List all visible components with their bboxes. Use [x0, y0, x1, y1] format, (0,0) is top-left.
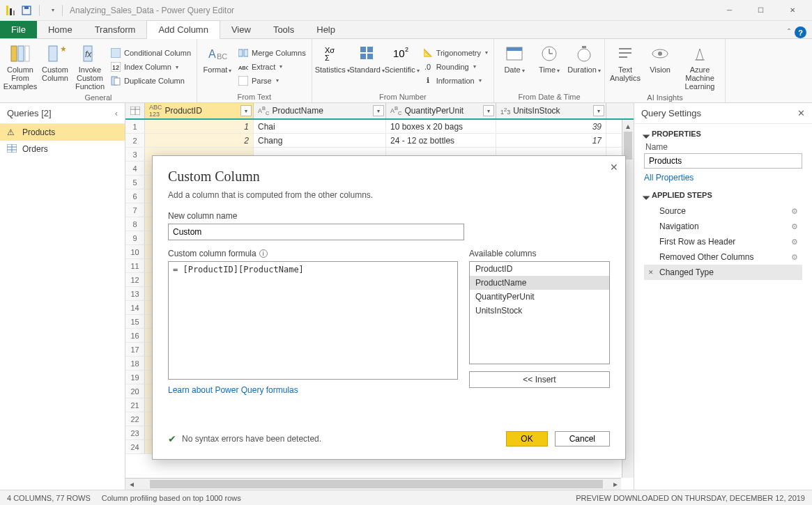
svg-text:2: 2 [405, 46, 408, 53]
group-fromdt-label: From Date & Time [498, 91, 600, 101]
column-header-productname[interactable]: ABCProductName▾ [254, 103, 386, 118]
group-ai-label: AI Insights [609, 92, 721, 102]
new-column-name-input[interactable] [168, 224, 464, 240]
available-column-item[interactable]: ProductName [470, 276, 609, 290]
parse-button[interactable]: Parse [236, 75, 307, 87]
tab-home[interactable]: Home [37, 21, 84, 38]
filter-dropdown-icon[interactable]: ▾ [593, 105, 604, 116]
qat-dropdown-icon[interactable] [45, 3, 59, 17]
applied-step[interactable]: Source⚙ [644, 203, 802, 219]
available-columns-label: Available columns [469, 249, 610, 258]
query-name-input[interactable] [644, 153, 802, 169]
cancel-button[interactable]: Cancel [555, 431, 610, 446]
svg-rect-26 [367, 47, 373, 52]
queries-pane: Queries [2] ‹ ⚠ Products Orders [0, 103, 125, 490]
vision-button[interactable]: Vision [644, 42, 676, 92]
custom-column-button[interactable]: ★ Custom Column [39, 42, 71, 92]
syntax-status: No syntax errors have been detected. [182, 434, 321, 444]
gear-icon[interactable]: ⚙ [791, 222, 798, 231]
applied-step[interactable]: Navigation⚙ [644, 219, 802, 234]
svg-text:10: 10 [393, 47, 405, 59]
table-row[interactable]: 2 2 Chang 24 - 12 oz bottles 17 [125, 134, 634, 148]
svg-text:★: ★ [60, 45, 66, 53]
ok-button[interactable]: OK [506, 431, 547, 446]
gear-icon[interactable]: ⚙ [791, 253, 798, 262]
svg-text:Σ: Σ [325, 54, 330, 62]
information-button[interactable]: ℹInformation [421, 75, 489, 87]
horizontal-scrollbar[interactable]: ◂▸ [125, 478, 621, 490]
minimize-button[interactable]: ─ [714, 0, 745, 20]
tab-transform[interactable]: Transform [84, 21, 147, 38]
svg-rect-27 [360, 54, 366, 59]
settings-header-label: Query Settings [641, 108, 701, 118]
svg-rect-2 [13, 10, 15, 15]
svg-rect-0 [6, 6, 8, 15]
standard-button[interactable]: Standard [351, 42, 383, 91]
help-icon[interactable]: ? [795, 26, 806, 38]
filter-dropdown-icon[interactable]: ▾ [373, 105, 384, 116]
tab-add-column[interactable]: Add Column [146, 20, 220, 39]
collapse-queries-icon[interactable]: ‹ [115, 108, 118, 118]
table-row[interactable]: 1 1 Chai 10 boxes x 20 bags 39 [125, 120, 634, 134]
save-icon[interactable] [20, 3, 33, 17]
learn-formulas-link[interactable]: Learn about Power Query formulas [168, 385, 458, 395]
format-button[interactable]: ABC Format [201, 42, 233, 91]
azure-ml-button[interactable]: Azure Machine Learning [679, 42, 721, 92]
column-header-quantityperunit[interactable]: ABCQuantityPerUnit▾ [386, 103, 496, 118]
collapse-ribbon-icon[interactable]: ˆ [788, 28, 790, 38]
available-column-item[interactable]: QuantityPerUnit [470, 290, 609, 304]
invoke-custom-function-button[interactable]: fx Invoke Custom Function [74, 42, 106, 92]
column-from-examples-button[interactable]: Column From Examples [4, 42, 36, 92]
merge-columns-button[interactable]: Merge Columns [236, 47, 307, 59]
index-column-button[interactable]: 12Index Column [109, 61, 192, 73]
app-icon [4, 5, 15, 16]
insert-button[interactable]: << Insert [469, 371, 610, 388]
formula-input[interactable] [168, 261, 458, 380]
queries-header-label: Queries [2] [7, 108, 52, 118]
gear-icon[interactable]: ⚙ [791, 207, 798, 216]
date-button[interactable]: Date [498, 42, 530, 91]
text-analytics-button[interactable]: Text Analytics [609, 42, 641, 92]
duplicate-column-button[interactable]: Duplicate Column [109, 75, 192, 87]
applied-step[interactable]: Changed Type [644, 265, 802, 280]
svg-rect-22 [238, 76, 248, 86]
all-properties-link[interactable]: All Properties [644, 173, 802, 182]
time-button[interactable]: Time [533, 42, 565, 91]
svg-text:ABC: ABC [238, 65, 248, 71]
available-column-item[interactable]: ProductID [470, 262, 609, 276]
maximize-button[interactable]: ☐ [745, 0, 776, 20]
query-item-products[interactable]: ⚠ Products [0, 124, 125, 141]
statistics-button[interactable]: ΧσΣStatistics [316, 42, 348, 91]
tab-tools[interactable]: Tools [262, 21, 305, 38]
svg-rect-7 [25, 46, 29, 61]
rounding-button[interactable]: .0Rounding [421, 61, 489, 73]
applied-step[interactable]: First Row as Header⚙ [644, 234, 802, 249]
query-item-orders[interactable]: Orders [0, 141, 125, 157]
available-columns-list[interactable]: ProductIDProductNameQuantityPerUnitUnits… [469, 261, 610, 364]
extract-button[interactable]: ABCExtract [236, 61, 307, 73]
tab-view[interactable]: View [220, 21, 262, 38]
table-icon[interactable] [125, 103, 145, 118]
available-column-item[interactable]: UnitsInStock [470, 304, 609, 318]
column-header-unitsinstock[interactable]: 123UnitsInStock▾ [496, 103, 606, 118]
gear-icon[interactable]: ⚙ [791, 238, 798, 247]
close-button[interactable]: ✕ [776, 0, 808, 20]
column-header-productid[interactable]: ABC123ProductID▾ [145, 103, 254, 118]
dialog-close-icon[interactable]: ✕ [610, 162, 618, 173]
tab-help[interactable]: Help [305, 21, 346, 38]
duration-button[interactable]: Duration [568, 42, 600, 91]
info-icon[interactable]: i [259, 249, 268, 258]
filter-dropdown-icon[interactable]: ▾ [483, 105, 494, 116]
trigonometry-button[interactable]: 📐Trigonometry [421, 47, 489, 59]
svg-rect-28 [367, 54, 373, 59]
group-fromnumber-label: From Number [316, 91, 489, 101]
scientific-button[interactable]: 102Scientific [386, 42, 418, 91]
group-fromtext-label: From Text [201, 91, 307, 101]
svg-rect-16 [114, 78, 120, 85]
conditional-column-button[interactable]: Conditional Column [109, 47, 192, 59]
close-settings-icon[interactable]: ✕ [797, 108, 805, 118]
tab-file[interactable]: File [0, 21, 37, 38]
applied-step[interactable]: Removed Other Columns⚙ [644, 249, 802, 265]
filter-dropdown-icon[interactable]: ▾ [240, 105, 252, 116]
svg-text:A: A [208, 48, 216, 60]
